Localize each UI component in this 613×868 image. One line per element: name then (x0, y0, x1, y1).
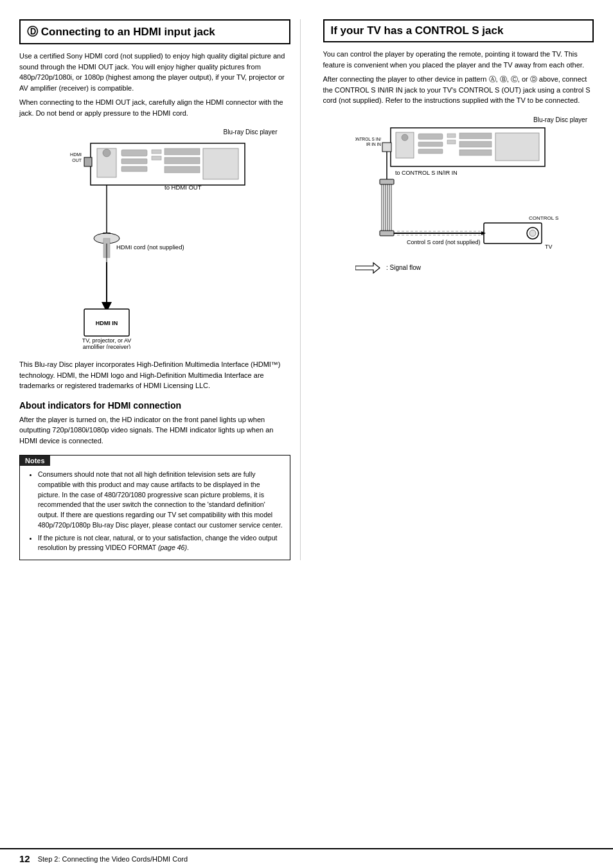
note-item-1: Consumers should note that not all high … (38, 470, 283, 531)
svg-text:Control S cord (not supplied): Control S cord (not supplied) (407, 239, 481, 245)
svg-marker-62 (355, 263, 380, 273)
right-section-title: If your TV has a CONTROL S jack (323, 19, 594, 42)
hdmi-diagram-svg: HDMI OUT to HDMI OUT (52, 137, 258, 349)
title-icon: Ⓓ (27, 26, 38, 38)
svg-text:TV, projector, or AV: TV, projector, or AV (82, 337, 131, 344)
svg-rect-37 (459, 150, 492, 155)
hdmi-diagram: Blu-ray Disc player (19, 128, 290, 349)
footer-bar: 12 Step 2: Connecting the Video Cords/HD… (0, 848, 613, 868)
svg-text:: Signal flow: : Signal flow (386, 264, 422, 271)
svg-rect-7 (152, 156, 161, 160)
svg-text:CONTROL S: CONTROL S (529, 215, 558, 221)
svg-rect-39 (382, 143, 391, 152)
left-section-title: Ⓓ Connecting to an HDMI input jack (19, 19, 290, 44)
notes-list: Consumers should note that not all high … (26, 470, 283, 553)
svg-text:HDMI: HDMI (70, 152, 82, 157)
svg-point-29 (402, 134, 408, 141)
svg-text:to CONTROL S IN/IR IN: to CONTROL S IN/IR IN (395, 170, 458, 176)
svg-rect-36 (459, 141, 492, 147)
svg-rect-12 (84, 157, 92, 166)
svg-rect-51 (380, 231, 394, 236)
svg-text:OUT: OUT (72, 158, 82, 163)
main-content: Ⓓ Connecting to an HDMI input jack Use a… (19, 19, 594, 560)
notes-box: Notes Consumers should note that not all… (19, 455, 290, 560)
right-column: If your TV has a CONTROL S jack You can … (320, 19, 594, 560)
svg-text:amplifier (receiver): amplifier (receiver) (82, 344, 130, 349)
svg-text:HDMI IN: HDMI IN (96, 320, 118, 326)
svg-text:TV: TV (545, 244, 553, 250)
svg-text:HDMI cord (not supplied): HDMI cord (not supplied) (116, 244, 184, 251)
svg-rect-3 (121, 150, 147, 156)
left-intro-p2: When connecting to the HDMI OUT jack, ca… (19, 97, 290, 118)
left-title-text: Connecting to an HDMI input jack (41, 26, 215, 38)
svg-rect-10 (164, 166, 200, 173)
page: Ⓓ Connecting to an HDMI input jack Use a… (0, 0, 613, 868)
svg-rect-30 (418, 134, 443, 139)
left-intro-p1: Use a certified Sony HDMI cord (not supp… (19, 51, 290, 93)
notes-label: Notes (20, 456, 50, 466)
control-s-diagram: Blu-ray Disc player (323, 116, 594, 305)
svg-point-57 (529, 230, 536, 236)
svg-rect-44 (380, 179, 394, 184)
svg-point-2 (103, 149, 111, 157)
svg-rect-32 (418, 149, 443, 154)
svg-text:CONTROL S IN/: CONTROL S IN/ (355, 137, 381, 141)
svg-text:to HDMI OUT: to HDMI OUT (164, 184, 202, 191)
svg-rect-8 (164, 148, 200, 155)
svg-rect-31 (418, 142, 443, 146)
svg-text:IR IN IN: IR IN IN (366, 142, 381, 146)
svg-rect-9 (164, 157, 200, 164)
notes-content: Consumers should note that not all high … (20, 466, 290, 560)
svg-rect-11 (203, 148, 238, 179)
svg-rect-35 (459, 133, 492, 139)
right-intro-p2: After connecting the player to other dev… (323, 74, 594, 106)
player-label-right: Blu-ray Disc player (323, 116, 588, 123)
subsection-p1: After the player is turned on, the HD in… (19, 414, 290, 447)
left-column: Ⓓ Connecting to an HDMI input jack Use a… (19, 19, 301, 560)
svg-rect-5 (121, 166, 147, 172)
svg-rect-38 (495, 133, 539, 161)
subsection-title: About indicators for HDMI connection (19, 400, 290, 411)
note-item-2: If the picture is not clear, natural, or… (38, 533, 283, 554)
svg-rect-4 (121, 159, 147, 164)
control-s-diagram-svg: CONTROL S IN/ IR IN IN to CONTROL S IN/I… (355, 125, 561, 305)
player-label-left: Blu-ray Disc player (19, 128, 278, 136)
footer-text: Step 2: Connecting the Video Cords/HDMI … (38, 855, 188, 863)
page-number: 12 (19, 853, 30, 864)
svg-rect-33 (447, 134, 456, 137)
left-body-p1: This Blu-ray Disc player incorporates Hi… (19, 359, 290, 391)
svg-rect-34 (447, 140, 456, 144)
right-intro-p1: You can control the player by operating … (323, 49, 594, 70)
svg-rect-6 (152, 150, 161, 154)
